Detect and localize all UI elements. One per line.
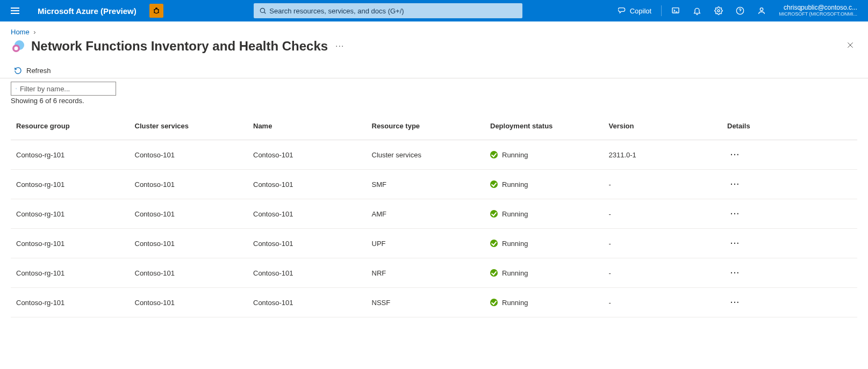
column-header-resource-type[interactable]: Resource type bbox=[367, 112, 485, 140]
cell-deployment-status: Running bbox=[485, 229, 604, 258]
record-count-label: Showing 6 of 6 records. bbox=[0, 96, 868, 108]
table-row[interactable]: Contoso-rg-101Contoso-101Contoso-101AMFR… bbox=[11, 199, 857, 229]
column-header-version[interactable]: Version bbox=[604, 112, 722, 140]
column-header-cluster-services[interactable]: Cluster services bbox=[130, 112, 248, 140]
cell-version: - bbox=[604, 258, 722, 288]
resource-type-icon bbox=[11, 39, 26, 54]
cell-details: ··· bbox=[722, 258, 857, 288]
cell-name: Contoso-101 bbox=[248, 288, 367, 317]
cell-version: - bbox=[604, 229, 722, 258]
cell-resource-type: Cluster services bbox=[367, 140, 485, 170]
cell-details: ··· bbox=[722, 229, 857, 258]
global-search[interactable] bbox=[254, 3, 522, 18]
cell-details: ··· bbox=[722, 199, 857, 229]
cell-name: Contoso-101 bbox=[248, 258, 367, 288]
row-actions-button[interactable]: ··· bbox=[727, 296, 743, 308]
filter-input[interactable] bbox=[19, 84, 111, 93]
cell-resource-group: Contoso-rg-101 bbox=[11, 170, 130, 199]
cell-version: - bbox=[604, 288, 722, 317]
help-button[interactable] bbox=[730, 0, 750, 21]
row-actions-button[interactable]: ··· bbox=[727, 149, 743, 161]
row-actions-button[interactable]: ··· bbox=[727, 208, 743, 220]
svg-point-7 bbox=[260, 8, 264, 12]
cell-deployment-status: Running bbox=[485, 140, 604, 170]
cell-cluster-services: Contoso-101 bbox=[130, 170, 248, 199]
cell-version: 2311.0-1 bbox=[604, 140, 722, 170]
table-row[interactable]: Contoso-rg-101Contoso-101Contoso-101NRFR… bbox=[11, 258, 857, 288]
command-bar: Refresh bbox=[0, 61, 868, 78]
refresh-button[interactable]: Refresh bbox=[14, 67, 51, 75]
settings-button[interactable] bbox=[709, 0, 728, 21]
table-row[interactable]: Contoso-rg-101Contoso-101Contoso-101SMFR… bbox=[11, 170, 857, 199]
column-header-deployment-status[interactable]: Deployment status bbox=[485, 112, 604, 140]
separator bbox=[661, 5, 662, 16]
account-tenant-label: MICROSOFT (MICROSOFT.ONMI... bbox=[779, 12, 857, 17]
cell-cluster-services: Contoso-101 bbox=[130, 199, 248, 229]
svg-marker-20 bbox=[16, 88, 17, 89]
cell-version: - bbox=[604, 199, 722, 229]
menu-toggle-button[interactable] bbox=[5, 2, 25, 19]
refresh-icon bbox=[14, 67, 22, 75]
cell-name: Contoso-101 bbox=[248, 140, 367, 170]
notifications-button[interactable] bbox=[687, 0, 707, 21]
table-row[interactable]: Contoso-rg-101Contoso-101Contoso-101UPFR… bbox=[11, 229, 857, 258]
copilot-icon bbox=[618, 6, 627, 15]
copilot-button[interactable]: Copilot bbox=[613, 0, 657, 21]
chevron-right-icon: › bbox=[33, 28, 35, 36]
status-ok-icon bbox=[490, 299, 498, 306]
feedback-button[interactable] bbox=[752, 0, 771, 21]
breadcrumb: Home › bbox=[0, 21, 868, 36]
cell-details: ··· bbox=[722, 140, 857, 170]
column-header-resource-group[interactable]: Resource group bbox=[11, 112, 130, 140]
table-row[interactable]: Contoso-rg-101Contoso-101Contoso-101NSSF… bbox=[11, 288, 857, 317]
cell-version: - bbox=[604, 170, 722, 199]
cell-details: ··· bbox=[722, 288, 857, 317]
cell-deployment-status: Running bbox=[485, 258, 604, 288]
cell-resource-type: AMF bbox=[367, 199, 485, 229]
close-icon bbox=[847, 41, 854, 49]
search-icon bbox=[259, 7, 267, 15]
refresh-label: Refresh bbox=[26, 67, 51, 75]
preview-bug-icon[interactable] bbox=[149, 4, 163, 18]
cell-resource-type: SMF bbox=[367, 170, 485, 199]
page-title: Network Functions Inventory and Health C… bbox=[31, 39, 335, 54]
cell-resource-group: Contoso-rg-101 bbox=[11, 199, 130, 229]
cell-deployment-status: Running bbox=[485, 170, 604, 199]
inventory-grid: Resource group Cluster services Name Res… bbox=[11, 112, 857, 317]
cell-resource-group: Contoso-rg-101 bbox=[11, 258, 130, 288]
topbar: Microsoft Azure (Preview) Copilot bbox=[0, 0, 868, 21]
row-actions-button[interactable]: ··· bbox=[727, 267, 743, 279]
cell-cluster-services: Contoso-101 bbox=[130, 288, 248, 317]
cell-deployment-status: Running bbox=[485, 199, 604, 229]
svg-point-17 bbox=[15, 46, 18, 50]
filter-icon bbox=[16, 85, 17, 92]
status-ok-icon bbox=[490, 180, 498, 188]
azure-brand-label[interactable]: Microsoft Azure (Preview) bbox=[31, 6, 143, 16]
cell-resource-type: UPF bbox=[367, 229, 485, 258]
global-search-input[interactable] bbox=[268, 6, 517, 16]
row-actions-button[interactable]: ··· bbox=[727, 237, 743, 249]
cell-resource-group: Contoso-rg-101 bbox=[11, 140, 130, 170]
table-row[interactable]: Contoso-rg-101Contoso-101Contoso-101Clus… bbox=[11, 140, 857, 170]
copilot-label: Copilot bbox=[630, 7, 651, 15]
cell-name: Contoso-101 bbox=[248, 229, 367, 258]
cell-resource-type: NRF bbox=[367, 258, 485, 288]
svg-point-14 bbox=[761, 8, 763, 11]
status-ok-icon bbox=[490, 269, 498, 277]
status-ok-icon bbox=[490, 210, 498, 218]
cloud-shell-button[interactable] bbox=[666, 0, 685, 21]
row-actions-button[interactable]: ··· bbox=[727, 178, 743, 190]
account-menu[interactable]: chrisqpublic@contoso.c... MICROSOFT (MIC… bbox=[773, 4, 865, 17]
cell-resource-group: Contoso-rg-101 bbox=[11, 288, 130, 317]
status-ok-icon bbox=[490, 151, 498, 158]
filter-by-name[interactable] bbox=[11, 82, 116, 96]
close-blade-button[interactable] bbox=[843, 38, 857, 54]
svg-point-11 bbox=[718, 10, 720, 12]
cell-resource-type: NSSF bbox=[367, 288, 485, 317]
column-header-name[interactable]: Name bbox=[248, 112, 367, 140]
column-header-details[interactable]: Details bbox=[722, 112, 857, 140]
cell-deployment-status: Running bbox=[485, 288, 604, 317]
cell-resource-group: Contoso-rg-101 bbox=[11, 229, 130, 258]
breadcrumb-home-link[interactable]: Home bbox=[11, 28, 30, 36]
page-more-actions-button[interactable]: ··· bbox=[335, 41, 344, 51]
